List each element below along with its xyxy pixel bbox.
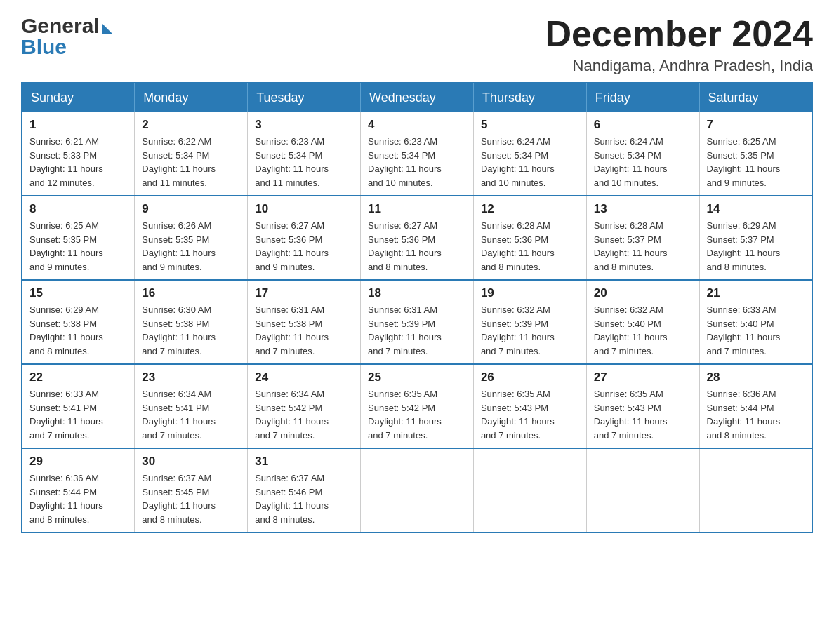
day-number: 3 bbox=[255, 118, 353, 132]
calendar-cell: 20 Sunrise: 6:32 AM Sunset: 5:40 PM Dayl… bbox=[586, 280, 699, 364]
calendar-cell: 7 Sunrise: 6:25 AM Sunset: 5:35 PM Dayli… bbox=[699, 112, 812, 196]
day-number: 24 bbox=[255, 370, 353, 384]
day-number: 28 bbox=[707, 370, 805, 384]
day-info: Sunrise: 6:33 AM Sunset: 5:40 PM Dayligh… bbox=[707, 303, 805, 358]
page-header: General Blue December 2024 Nandigama, An… bbox=[21, 14, 813, 75]
calendar-cell: 23 Sunrise: 6:34 AM Sunset: 5:41 PM Dayl… bbox=[135, 364, 248, 448]
day-info: Sunrise: 6:32 AM Sunset: 5:39 PM Dayligh… bbox=[481, 303, 579, 358]
calendar-cell: 16 Sunrise: 6:30 AM Sunset: 5:38 PM Dayl… bbox=[135, 280, 248, 364]
day-info: Sunrise: 6:34 AM Sunset: 5:41 PM Dayligh… bbox=[142, 387, 240, 442]
day-info: Sunrise: 6:35 AM Sunset: 5:43 PM Dayligh… bbox=[594, 387, 692, 442]
day-info: Sunrise: 6:23 AM Sunset: 5:34 PM Dayligh… bbox=[368, 135, 466, 189]
calendar-week-4: 22 Sunrise: 6:33 AM Sunset: 5:41 PM Dayl… bbox=[22, 364, 812, 448]
calendar-cell: 24 Sunrise: 6:34 AM Sunset: 5:42 PM Dayl… bbox=[248, 364, 361, 448]
day-number: 7 bbox=[707, 118, 805, 132]
day-number: 26 bbox=[481, 370, 579, 384]
day-number: 20 bbox=[594, 286, 692, 300]
day-number: 31 bbox=[255, 455, 353, 469]
day-number: 18 bbox=[368, 286, 466, 300]
day-number: 29 bbox=[29, 455, 127, 469]
calendar-cell: 22 Sunrise: 6:33 AM Sunset: 5:41 PM Dayl… bbox=[22, 364, 135, 448]
title-block: December 2024 Nandigama, Andhra Pradesh,… bbox=[545, 14, 813, 75]
day-info: Sunrise: 6:33 AM Sunset: 5:41 PM Dayligh… bbox=[29, 387, 127, 442]
calendar-cell: 28 Sunrise: 6:36 AM Sunset: 5:44 PM Dayl… bbox=[699, 364, 812, 448]
day-number: 22 bbox=[29, 370, 127, 384]
day-info: Sunrise: 6:21 AM Sunset: 5:33 PM Dayligh… bbox=[29, 135, 127, 189]
calendar-cell: 17 Sunrise: 6:31 AM Sunset: 5:38 PM Dayl… bbox=[248, 280, 361, 364]
day-header-wednesday: Wednesday bbox=[361, 83, 474, 112]
day-info: Sunrise: 6:24 AM Sunset: 5:34 PM Dayligh… bbox=[594, 135, 692, 189]
day-number: 19 bbox=[481, 286, 579, 300]
day-number: 12 bbox=[481, 202, 579, 216]
calendar-cell: 1 Sunrise: 6:21 AM Sunset: 5:33 PM Dayli… bbox=[22, 112, 135, 196]
calendar-cell: 29 Sunrise: 6:36 AM Sunset: 5:44 PM Dayl… bbox=[22, 448, 135, 532]
calendar-cell: 13 Sunrise: 6:28 AM Sunset: 5:37 PM Dayl… bbox=[586, 196, 699, 280]
day-number: 2 bbox=[142, 118, 240, 132]
calendar-cell: 12 Sunrise: 6:28 AM Sunset: 5:36 PM Dayl… bbox=[473, 196, 586, 280]
month-title: December 2024 bbox=[545, 14, 813, 54]
calendar-week-2: 8 Sunrise: 6:25 AM Sunset: 5:35 PM Dayli… bbox=[22, 196, 812, 280]
day-header-tuesday: Tuesday bbox=[248, 83, 361, 112]
day-number: 16 bbox=[142, 286, 240, 300]
day-number: 10 bbox=[255, 202, 353, 216]
day-info: Sunrise: 6:30 AM Sunset: 5:38 PM Dayligh… bbox=[142, 303, 240, 358]
calendar-cell: 21 Sunrise: 6:33 AM Sunset: 5:40 PM Dayl… bbox=[699, 280, 812, 364]
calendar-cell: 31 Sunrise: 6:37 AM Sunset: 5:46 PM Dayl… bbox=[248, 448, 361, 532]
day-header-friday: Friday bbox=[586, 83, 699, 112]
day-number: 9 bbox=[142, 202, 240, 216]
day-info: Sunrise: 6:29 AM Sunset: 5:38 PM Dayligh… bbox=[29, 303, 127, 358]
calendar-cell: 4 Sunrise: 6:23 AM Sunset: 5:34 PM Dayli… bbox=[361, 112, 474, 196]
location-subtitle: Nandigama, Andhra Pradesh, India bbox=[545, 57, 813, 75]
calendar-cell bbox=[473, 448, 586, 532]
day-number: 17 bbox=[255, 286, 353, 300]
day-info: Sunrise: 6:27 AM Sunset: 5:36 PM Dayligh… bbox=[368, 219, 466, 274]
calendar-week-3: 15 Sunrise: 6:29 AM Sunset: 5:38 PM Dayl… bbox=[22, 280, 812, 364]
header-row: SundayMondayTuesdayWednesdayThursdayFrid… bbox=[22, 83, 812, 112]
day-number: 13 bbox=[594, 202, 692, 216]
day-number: 27 bbox=[594, 370, 692, 384]
day-info: Sunrise: 6:28 AM Sunset: 5:37 PM Dayligh… bbox=[594, 219, 692, 274]
day-number: 8 bbox=[29, 202, 127, 216]
day-info: Sunrise: 6:37 AM Sunset: 5:46 PM Dayligh… bbox=[255, 471, 353, 526]
day-number: 11 bbox=[368, 202, 466, 216]
day-header-sunday: Sunday bbox=[22, 83, 135, 112]
day-info: Sunrise: 6:36 AM Sunset: 5:44 PM Dayligh… bbox=[29, 471, 127, 526]
day-info: Sunrise: 6:22 AM Sunset: 5:34 PM Dayligh… bbox=[142, 135, 240, 189]
day-info: Sunrise: 6:32 AM Sunset: 5:40 PM Dayligh… bbox=[594, 303, 692, 358]
calendar-cell: 8 Sunrise: 6:25 AM Sunset: 5:35 PM Dayli… bbox=[22, 196, 135, 280]
calendar-cell: 25 Sunrise: 6:35 AM Sunset: 5:42 PM Dayl… bbox=[361, 364, 474, 448]
calendar-cell: 26 Sunrise: 6:35 AM Sunset: 5:43 PM Dayl… bbox=[473, 364, 586, 448]
day-number: 30 bbox=[142, 455, 240, 469]
calendar-cell: 6 Sunrise: 6:24 AM Sunset: 5:34 PM Dayli… bbox=[586, 112, 699, 196]
day-info: Sunrise: 6:24 AM Sunset: 5:34 PM Dayligh… bbox=[481, 135, 579, 189]
day-number: 25 bbox=[368, 370, 466, 384]
day-number: 14 bbox=[707, 202, 805, 216]
calendar-cell: 30 Sunrise: 6:37 AM Sunset: 5:45 PM Dayl… bbox=[135, 448, 248, 532]
calendar-cell: 3 Sunrise: 6:23 AM Sunset: 5:34 PM Dayli… bbox=[248, 112, 361, 196]
calendar-cell: 27 Sunrise: 6:35 AM Sunset: 5:43 PM Dayl… bbox=[586, 364, 699, 448]
calendar-cell: 18 Sunrise: 6:31 AM Sunset: 5:39 PM Dayl… bbox=[361, 280, 474, 364]
day-info: Sunrise: 6:36 AM Sunset: 5:44 PM Dayligh… bbox=[707, 387, 805, 442]
calendar-cell bbox=[699, 448, 812, 532]
day-info: Sunrise: 6:29 AM Sunset: 5:37 PM Dayligh… bbox=[707, 219, 805, 274]
day-info: Sunrise: 6:35 AM Sunset: 5:43 PM Dayligh… bbox=[481, 387, 579, 442]
day-info: Sunrise: 6:25 AM Sunset: 5:35 PM Dayligh… bbox=[29, 219, 127, 274]
day-info: Sunrise: 6:25 AM Sunset: 5:35 PM Dayligh… bbox=[707, 135, 805, 189]
day-info: Sunrise: 6:27 AM Sunset: 5:36 PM Dayligh… bbox=[255, 219, 353, 274]
day-number: 1 bbox=[29, 118, 127, 132]
day-number: 15 bbox=[29, 286, 127, 300]
day-number: 4 bbox=[368, 118, 466, 132]
logo: General Blue bbox=[21, 14, 113, 59]
calendar-cell: 5 Sunrise: 6:24 AM Sunset: 5:34 PM Dayli… bbox=[473, 112, 586, 196]
calendar-cell: 14 Sunrise: 6:29 AM Sunset: 5:37 PM Dayl… bbox=[699, 196, 812, 280]
calendar-week-5: 29 Sunrise: 6:36 AM Sunset: 5:44 PM Dayl… bbox=[22, 448, 812, 532]
calendar-cell bbox=[586, 448, 699, 532]
calendar-cell: 11 Sunrise: 6:27 AM Sunset: 5:36 PM Dayl… bbox=[361, 196, 474, 280]
day-number: 6 bbox=[594, 118, 692, 132]
calendar-table: SundayMondayTuesdayWednesdayThursdayFrid… bbox=[21, 82, 813, 533]
day-info: Sunrise: 6:37 AM Sunset: 5:45 PM Dayligh… bbox=[142, 471, 240, 526]
day-header-monday: Monday bbox=[135, 83, 248, 112]
day-info: Sunrise: 6:28 AM Sunset: 5:36 PM Dayligh… bbox=[481, 219, 579, 274]
day-info: Sunrise: 6:31 AM Sunset: 5:39 PM Dayligh… bbox=[368, 303, 466, 358]
calendar-header: SundayMondayTuesdayWednesdayThursdayFrid… bbox=[22, 83, 812, 112]
